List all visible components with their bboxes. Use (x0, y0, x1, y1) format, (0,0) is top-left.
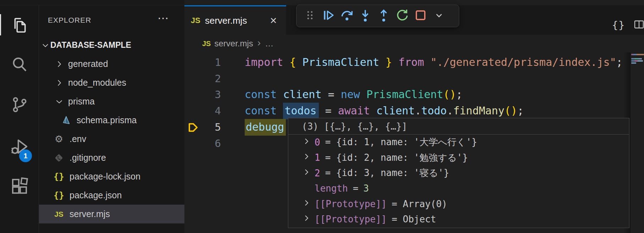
tab-server-mjs[interactable]: JS server.mjs ✕ (184, 5, 286, 35)
chevron-right-icon (55, 78, 64, 87)
activity-bar-item-explorer[interactable] (10, 15, 29, 34)
step-into-icon (358, 8, 373, 24)
js-file-icon: JS (52, 210, 65, 218)
step-into-button[interactable] (356, 7, 374, 25)
restart-button[interactable] (393, 7, 411, 25)
tree-item-label: generated (68, 59, 108, 69)
chevron-down-icon (55, 97, 64, 106)
chevron-down-icon (433, 9, 445, 23)
more-button[interactable] (430, 7, 448, 25)
extensions-icon (10, 191, 29, 197)
tree-item-label: .gitignore (70, 153, 106, 163)
debug-badge: 1 (19, 149, 32, 162)
code-line-3[interactable]: 3const client = new PrismaClient(); (184, 86, 644, 103)
breadcrumb-file[interactable]: server.mjs (214, 39, 253, 49)
debug-popup-row[interactable]: length=3 (288, 181, 629, 197)
continue-icon (321, 8, 336, 24)
workspace-section-header[interactable]: DATABASE-SAMPLE (39, 36, 184, 55)
explorer-more-actions-icon[interactable]: ⋯ (155, 10, 171, 26)
popup-value: = {id: 2, name: '勉強する'} (325, 152, 468, 164)
popup-value: = {id: 1, name: '大学へ行く'} (325, 136, 477, 148)
line-content: import { PrismaClient } from "./generate… (245, 54, 623, 70)
file-tree: generatednode_modulesprismaschema.prisma… (39, 55, 184, 223)
js-file-icon: JS (191, 16, 200, 25)
active-view-indicator (0, 14, 1, 35)
tree-item-schema-prisma[interactable]: schema.prisma (39, 111, 184, 130)
step-over-icon (339, 8, 354, 24)
continue-button[interactable] (319, 7, 338, 25)
minimap-line (631, 60, 643, 62)
search-icon (10, 69, 29, 75)
debug-value-popup: (3) [{…}, {…}, {…}] 0= {id: 1, name: '大学… (288, 118, 629, 228)
popup-key: 2 (315, 168, 320, 178)
braces-icon[interactable]: {} (612, 19, 625, 31)
chevron-right-icon[interactable] (302, 199, 315, 209)
chevron-right-icon[interactable] (302, 137, 315, 148)
tree-item-generated[interactable]: generated (39, 55, 184, 73)
source-control-icon (10, 109, 29, 115)
toolbar-gripper-icon[interactable] (301, 7, 319, 25)
tree-item--env[interactable]: ⚙.env (39, 130, 184, 148)
explorer-title: EXPLORER (48, 13, 91, 27)
breadcrumb[interactable]: JS server.mjs › … (184, 35, 644, 52)
tree-item-server-mjs[interactable]: JSserver.mjs (39, 205, 184, 223)
code-line-1[interactable]: 1import { PrismaClient } from "./generat… (184, 54, 644, 70)
debug-popup-value-preview[interactable]: (3) [{…}, {…}, {…}] (288, 118, 629, 135)
activity-bar-item-run-and-debug[interactable]: 1 (10, 137, 29, 157)
chevron-right-icon[interactable] (302, 214, 315, 225)
step-over-button[interactable] (338, 7, 356, 25)
line-content: const todos = await client.todo.findMany… (245, 103, 524, 119)
vscode-window: 1 EXPLORER ⋯ DATABASE-SAMPLE generatedno… (0, 0, 644, 233)
popup-key: [[Prototype]] (315, 199, 387, 209)
restart-icon (395, 8, 410, 24)
minimap-line (631, 62, 636, 64)
line-number: 4 (184, 103, 221, 119)
line-number: 5 (184, 119, 221, 135)
debug-popup-row[interactable]: [[Prototype]]= Array(0) (288, 196, 629, 212)
debug-popup-row[interactable]: 2= {id: 3, name: '寝る'} (288, 165, 629, 181)
chevron-right-icon[interactable] (302, 168, 315, 178)
debug-popup-row[interactable]: 0= {id: 1, name: '大学へ行く'} (288, 135, 629, 150)
line-number: 3 (184, 86, 221, 103)
activity-bar-item-source-control[interactable] (10, 95, 29, 114)
split-editor-icon[interactable] (633, 19, 644, 32)
tree-item-node-modules[interactable]: node_modules (39, 73, 184, 92)
files-icon (10, 29, 29, 35)
editor-group: JS server.mjs ✕ {} JS server.mjs › … (184, 0, 644, 233)
debug-popup-row[interactable]: [[Prototype]]= Object (288, 212, 629, 227)
chevron-right-icon (55, 59, 64, 69)
tree-item-prisma[interactable]: prisma (39, 92, 184, 111)
chevron-right-icon[interactable] (302, 152, 315, 163)
stop-button[interactable] (411, 7, 430, 25)
minimap-line (631, 54, 644, 55)
git-file-icon (52, 153, 65, 163)
popup-value-number: 3 (363, 183, 369, 194)
tree-item-package-json[interactable]: {}package.json (39, 186, 184, 205)
prisma-file-icon (60, 115, 72, 126)
tree-item-label: package.json (70, 190, 122, 200)
activity-bar: 1 (0, 5, 39, 233)
line-number: 1 (184, 54, 221, 70)
minimap[interactable] (631, 52, 644, 233)
popup-value: = Array(0) (392, 199, 448, 209)
popup-key: 0 (315, 137, 320, 148)
activity-bar-item-search[interactable] (10, 55, 29, 74)
chevron-right-icon: › (257, 37, 261, 49)
tree-item-package-lock-json[interactable]: {}package-lock.json (39, 167, 184, 186)
popup-value: = (353, 183, 359, 194)
explorer-sidebar: EXPLORER ⋯ DATABASE-SAMPLE generatednode… (39, 5, 184, 233)
debug-popup-row[interactable]: 1= {id: 2, name: '勉強する'} (288, 150, 629, 166)
code-line-2[interactable]: 2 (184, 70, 644, 87)
tree-item--gitignore[interactable]: .gitignore (39, 148, 184, 167)
json-file-icon: {} (52, 190, 65, 200)
minimap-line (631, 58, 642, 59)
popup-value: = {id: 3, name: '寝る'} (325, 167, 449, 179)
step-out-button[interactable] (374, 7, 393, 25)
code-line-4[interactable]: 4const todos = await client.todo.findMan… (184, 103, 644, 119)
breadcrumb-symbol[interactable]: … (265, 39, 274, 49)
activity-bar-item-extensions[interactable] (10, 177, 29, 196)
chevron-down-icon (41, 41, 50, 50)
close-tab-icon[interactable]: ✕ (267, 14, 280, 27)
line-number: 2 (184, 70, 221, 87)
js-file-icon: JS (202, 40, 211, 48)
